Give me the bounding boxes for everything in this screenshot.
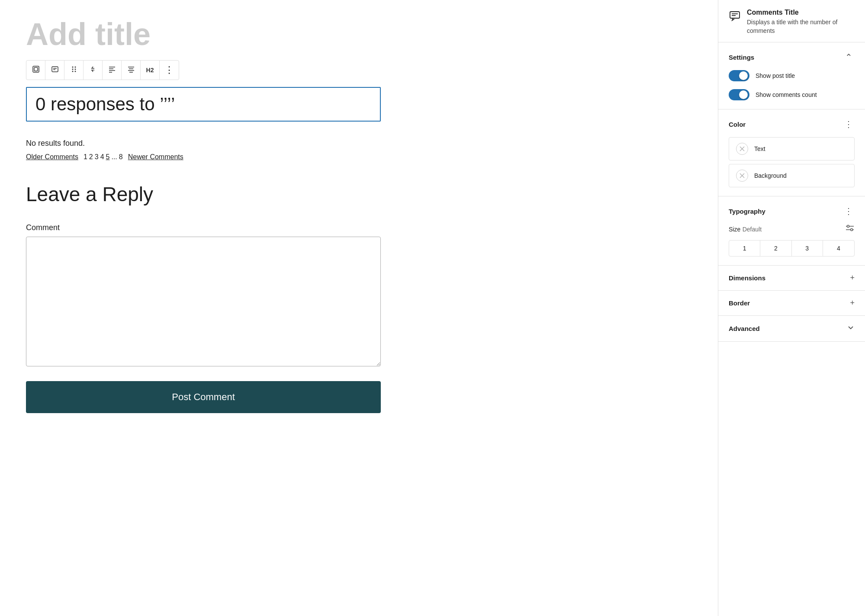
page-8[interactable]: 8 bbox=[119, 153, 123, 161]
newer-comments-link[interactable]: Newer Comments bbox=[128, 153, 183, 161]
svg-rect-0 bbox=[33, 66, 39, 72]
svg-point-6 bbox=[74, 67, 76, 68]
page-3[interactable]: 3 bbox=[95, 153, 99, 161]
panel-title: Comments Title bbox=[747, 9, 855, 16]
panel-desc: Displays a title with the number of comm… bbox=[747, 18, 855, 35]
panel-header-text: Comments Title Displays a title with the… bbox=[747, 9, 855, 35]
dimensions-header[interactable]: Dimensions + bbox=[718, 266, 865, 290]
settings-section: Settings ⌃ Show post title Show comments… bbox=[718, 42, 865, 109]
typography-section-title: Typography bbox=[729, 208, 765, 215]
svg-point-28 bbox=[847, 225, 849, 228]
block-toolbar: H2 ⋮ bbox=[26, 60, 179, 80]
show-comments-count-toggle[interactable] bbox=[729, 89, 749, 100]
background-color-option[interactable]: Background bbox=[729, 164, 855, 187]
more-vertical-icon: ⋮ bbox=[844, 119, 853, 129]
border-header[interactable]: Border + bbox=[718, 291, 865, 315]
color-section: Color ⋮ Text Background bbox=[718, 109, 865, 196]
align-left-icon bbox=[108, 66, 116, 74]
page-2[interactable]: 2 bbox=[89, 153, 93, 161]
color-section-header: Color ⋮ bbox=[729, 118, 855, 130]
move-button[interactable] bbox=[84, 61, 103, 80]
drag-button[interactable] bbox=[64, 61, 84, 80]
leave-reply-heading: Leave a Reply bbox=[26, 183, 692, 206]
sliders-icon bbox=[845, 224, 855, 234]
drag-icon bbox=[71, 65, 77, 75]
select-button[interactable] bbox=[26, 61, 45, 80]
svg-rect-2 bbox=[52, 67, 58, 72]
svg-point-9 bbox=[72, 71, 73, 72]
typography-section-header: Typography ⋮ bbox=[729, 205, 855, 217]
comment-textarea[interactable] bbox=[26, 237, 381, 366]
heading-h2-button[interactable]: H2 bbox=[141, 61, 160, 80]
border-expand-icon: + bbox=[850, 298, 855, 308]
comments-nav: Older Comments 1 2 3 4 5 ... 8 Newer Com… bbox=[26, 153, 692, 161]
comments-block-icon bbox=[51, 65, 59, 75]
typography-more-button[interactable]: ⋮ bbox=[842, 205, 855, 217]
size-4[interactable]: 4 bbox=[823, 241, 854, 256]
advanced-header[interactable]: Advanced bbox=[718, 316, 865, 341]
comment-label: Comment bbox=[26, 223, 692, 232]
text-color-label: Text bbox=[754, 145, 765, 152]
editor-area: Add title bbox=[0, 0, 718, 616]
size-label-group: Size Default bbox=[729, 225, 762, 233]
add-title-placeholder[interactable]: Add title bbox=[26, 17, 692, 51]
align-left-button[interactable] bbox=[103, 61, 122, 80]
settings-section-header: Settings ⌃ bbox=[729, 51, 855, 63]
show-post-title-toggle[interactable] bbox=[729, 70, 749, 81]
background-color-label: Background bbox=[754, 172, 787, 179]
text-color-circle bbox=[736, 143, 748, 155]
align-center-icon bbox=[127, 66, 135, 74]
svg-point-8 bbox=[74, 69, 76, 70]
settings-collapse-button[interactable]: ⌃ bbox=[842, 51, 855, 63]
move-arrows-icon bbox=[90, 65, 96, 75]
select-icon bbox=[32, 65, 40, 75]
page-4[interactable]: 4 bbox=[100, 153, 104, 161]
show-comments-count-row: Show comments count bbox=[729, 89, 855, 100]
page-ellipsis: ... bbox=[111, 153, 117, 161]
advanced-section: Advanced bbox=[718, 316, 865, 342]
older-comments-link[interactable]: Older Comments bbox=[26, 153, 78, 161]
comments-title-panel-icon bbox=[729, 10, 741, 22]
svg-rect-19 bbox=[730, 12, 740, 18]
size-adjust-button[interactable] bbox=[845, 224, 855, 234]
comments-title-input[interactable] bbox=[26, 87, 381, 122]
block-type-button[interactable] bbox=[45, 61, 64, 80]
size-2[interactable]: 2 bbox=[760, 241, 791, 256]
text-color-option[interactable]: Text bbox=[729, 137, 855, 160]
dimensions-section: Dimensions + bbox=[718, 266, 865, 291]
color-more-button[interactable]: ⋮ bbox=[842, 118, 855, 130]
size-label: Size bbox=[729, 226, 740, 233]
panel-header: Comments Title Displays a title with the… bbox=[718, 0, 865, 42]
background-color-circle bbox=[736, 170, 748, 182]
page-1[interactable]: 1 bbox=[84, 153, 87, 161]
svg-point-29 bbox=[851, 229, 853, 231]
size-3[interactable]: 3 bbox=[792, 241, 823, 256]
page-5[interactable]: 5 bbox=[106, 153, 110, 161]
h2-icon: H2 bbox=[146, 67, 154, 74]
no-results-text: No results found. bbox=[26, 139, 692, 148]
dimensions-expand-icon: + bbox=[850, 273, 855, 282]
show-post-title-row: Show post title bbox=[729, 70, 855, 81]
sidebar-panel: Comments Title Displays a title with the… bbox=[718, 0, 865, 616]
dimensions-title: Dimensions bbox=[729, 274, 765, 282]
settings-section-title: Settings bbox=[729, 54, 754, 61]
border-title: Border bbox=[729, 299, 750, 307]
size-row: Size Default bbox=[729, 224, 855, 234]
svg-point-7 bbox=[72, 69, 73, 70]
align-center-button[interactable] bbox=[122, 61, 141, 80]
svg-rect-1 bbox=[34, 67, 38, 71]
more-options-icon: ⋮ bbox=[164, 64, 174, 76]
show-comments-count-label: Show comments count bbox=[756, 91, 817, 98]
advanced-title: Advanced bbox=[729, 325, 760, 332]
advanced-collapse-icon bbox=[847, 324, 855, 334]
show-post-title-label: Show post title bbox=[756, 72, 795, 79]
size-grid: 1 2 3 4 bbox=[729, 240, 855, 257]
post-comment-button[interactable]: Post Comment bbox=[26, 381, 381, 413]
typography-more-icon: ⋮ bbox=[844, 206, 853, 216]
page-numbers: 1 2 3 4 5 ... 8 bbox=[84, 153, 123, 161]
color-section-title: Color bbox=[729, 121, 746, 128]
chevron-up-icon: ⌃ bbox=[845, 52, 852, 62]
typography-section: Typography ⋮ Size Default bbox=[718, 196, 865, 266]
size-1[interactable]: 1 bbox=[729, 241, 760, 256]
more-options-button[interactable]: ⋮ bbox=[160, 61, 179, 80]
